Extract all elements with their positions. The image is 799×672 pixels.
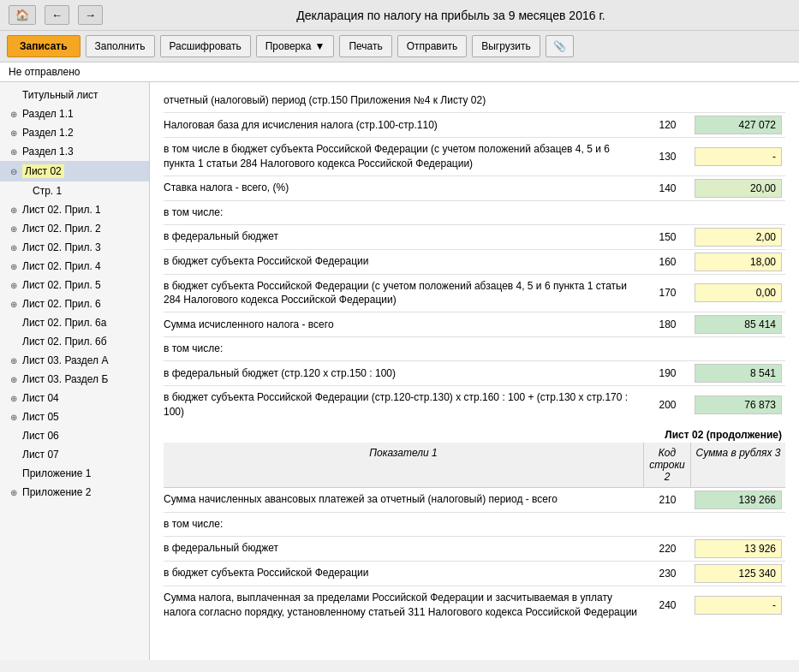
home-button[interactable]: 🏠: [9, 5, 36, 25]
table-row: в бюджет субъекта Российской Федерации 2…: [164, 562, 785, 586]
table-row: в том числе в бюджет субъекта Российской…: [164, 138, 785, 176]
zapolnit-button[interactable]: Заполнить: [86, 35, 155, 57]
row-code: 150: [644, 225, 691, 249]
expand-icon: ⊖: [10, 167, 19, 176]
expand-icon: ⊕: [10, 300, 19, 309]
sidebar-item-label: Лист 05: [22, 411, 59, 423]
sidebar-item-l02p6a[interactable]: Лист 02. Прил. 6а: [0, 313, 149, 332]
status-text: Не отправлено: [9, 66, 80, 78]
row-value: [691, 201, 785, 224]
row-value: [691, 337, 785, 360]
row-label: в бюджет субъекта Российской Федерации: [164, 562, 644, 586]
expand-icon: ⊕: [10, 243, 19, 253]
sidebar-item-str1[interactable]: Стр. 1: [0, 181, 149, 200]
sidebar-item-label: Лист 02. Прил. 6: [22, 298, 101, 310]
row-code: [644, 337, 691, 360]
vygruzit-button[interactable]: Выгрузить: [472, 35, 540, 57]
row-value[interactable]: 76 873: [691, 386, 785, 424]
sidebar-item-label: Лист 02. Прил. 1: [22, 204, 101, 216]
row-value[interactable]: -: [691, 138, 785, 175]
sidebar-item-l02p2[interactable]: ⊕ Лист 02. Прил. 2: [0, 219, 149, 238]
row-label: в том числе в бюджет субъекта Российской…: [164, 138, 644, 175]
expand-icon: [10, 431, 19, 441]
sidebar-item-l02p3[interactable]: ⊕ Лист 02. Прил. 3: [0, 238, 149, 257]
sidebar-item-pril2[interactable]: ⊕ Приложение 2: [0, 483, 149, 502]
row-code: [644, 89, 691, 112]
expand-icon: ⊕: [10, 262, 19, 271]
table-row: в бюджет субъекта Российской Федерации (…: [164, 275, 785, 313]
content-inner: отчетный (налоговый) период (стр.150 При…: [150, 82, 799, 630]
row-code: 230: [644, 562, 691, 586]
attachment-button[interactable]: 📎: [546, 35, 574, 57]
sidebar-item-label: Лист 02. Прил. 6б: [22, 336, 107, 348]
sidebar-item-l02[interactable]: ⊖ Лист 02: [0, 161, 149, 181]
dropdown-arrow-icon: ▼: [314, 40, 325, 52]
sidebar-item-label: Стр. 1: [33, 185, 62, 197]
section2-title-row: Лист 02 (продолжение): [164, 424, 785, 443]
row-code: 220: [644, 537, 691, 561]
table-row: в том числе:: [164, 337, 785, 361]
table-header: Показатели 1 Код строки 2 Сумма в рублях…: [164, 443, 785, 488]
row-value[interactable]: 125 340: [691, 562, 785, 586]
expand-icon: ⊕: [10, 356, 19, 366]
sidebar-item-l02p6b[interactable]: Лист 02. Прил. 6б: [0, 332, 149, 351]
sidebar-item-label: Лист 04: [22, 392, 59, 404]
sidebar-item-pril1[interactable]: Приложение 1: [0, 464, 149, 483]
bottom-table: Сумма начисленных авансовых платежей за …: [164, 488, 785, 624]
sidebar-item-l03ra[interactable]: ⊕ Лист 03. Раздел А: [0, 351, 149, 370]
content-area: отчетный (налоговый) период (стр.150 При…: [150, 82, 799, 660]
sidebar-item-l06[interactable]: Лист 06: [0, 426, 149, 445]
back-button[interactable]: ←: [45, 5, 69, 25]
row-value[interactable]: 8 541: [691, 361, 785, 385]
row-value[interactable]: 85 414: [691, 312, 785, 336]
sidebar-item-r13[interactable]: ⊕ Раздел 1.3: [0, 142, 149, 161]
row-value[interactable]: 18,00: [691, 250, 785, 274]
sidebar-item-label: Лист 02: [22, 164, 64, 178]
row-value[interactable]: 0,00: [691, 275, 785, 312]
row-label: в бюджет субъекта Российской Федерации (…: [164, 275, 644, 312]
sidebar-item-label: Лист 02. Прил. 4: [22, 260, 101, 272]
sidebar-item-label: Раздел 1.3: [22, 146, 74, 158]
row-value[interactable]: 13 926: [691, 537, 785, 561]
sidebar-item-l03rb[interactable]: ⊕ Лист 03. Раздел Б: [0, 370, 149, 389]
row-label: Сумма налога, выплаченная за пределами Р…: [164, 586, 644, 624]
sidebar-item-label: Раздел 1.1: [22, 108, 74, 120]
section2-title: Лист 02 (продолжение): [665, 429, 782, 441]
sidebar-item-l04[interactable]: ⊕ Лист 04: [0, 389, 149, 407]
main-layout: Титульный лист ⊕ Раздел 1.1 ⊕ Раздел 1.2…: [0, 82, 799, 660]
row-value[interactable]: -: [691, 586, 785, 624]
table-row: отчетный (налоговый) период (стр.150 При…: [164, 89, 785, 113]
row-value: [691, 513, 785, 536]
sidebar-item-label: Лист 06: [22, 430, 59, 442]
rasshifrovat-button[interactable]: Расшифровать: [160, 35, 251, 57]
pechat-button[interactable]: Печать: [339, 35, 391, 57]
table-row: в бюджет субъекта Российской Федерации 1…: [164, 250, 785, 275]
row-code: 170: [644, 275, 691, 312]
sidebar-item-titul[interactable]: Титульный лист: [0, 86, 149, 104]
sidebar-item-l02p1[interactable]: ⊕ Лист 02. Прил. 1: [0, 200, 149, 219]
sidebar-item-r12[interactable]: ⊕ Раздел 1.2: [0, 123, 149, 142]
row-value[interactable]: 2,00: [691, 225, 785, 249]
sidebar-item-r11[interactable]: ⊕ Раздел 1.1: [0, 104, 149, 123]
forward-button[interactable]: →: [78, 5, 103, 25]
sidebar-item-l05[interactable]: ⊕ Лист 05: [0, 407, 149, 426]
sidebar-item-label: Титульный лист: [22, 89, 98, 101]
row-label: в бюджет субъекта Российской Федерации (…: [164, 386, 644, 424]
row-value[interactable]: 20,00: [691, 176, 785, 200]
row-code: 200: [644, 386, 691, 424]
row-code: 130: [644, 138, 691, 175]
proverka-button[interactable]: Проверка ▼: [256, 35, 335, 57]
sidebar-item-l02p5[interactable]: ⊕ Лист 02. Прил. 5: [0, 276, 149, 294]
sidebar-item-l07[interactable]: Лист 07: [0, 445, 149, 464]
zapisat-button[interactable]: Записать: [7, 35, 80, 57]
sidebar-item-label: Лист 02. Прил. 2: [22, 223, 101, 235]
row-value[interactable]: 427 072: [691, 113, 785, 137]
row-value[interactable]: 139 266: [691, 488, 785, 512]
sidebar-item-l02p6[interactable]: ⊕ Лист 02. Прил. 6: [0, 294, 149, 313]
row-code: 140: [644, 176, 691, 200]
sidebar-item-l02p4[interactable]: ⊕ Лист 02. Прил. 4: [0, 257, 149, 276]
otpravit-button[interactable]: Отправить: [397, 35, 468, 57]
row-code: [644, 513, 691, 536]
table-row: в федеральный бюджет (стр.120 х стр.150 …: [164, 361, 785, 386]
expand-icon: [10, 337, 19, 347]
